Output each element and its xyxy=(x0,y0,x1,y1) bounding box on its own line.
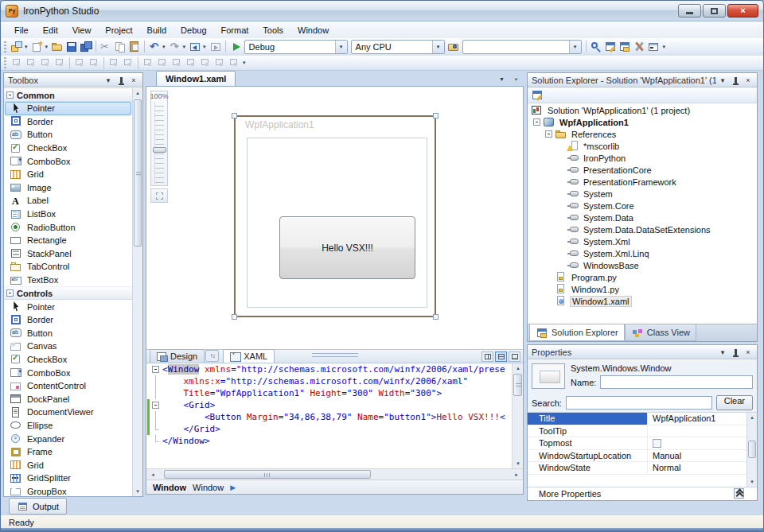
code-line[interactable]: </Window> xyxy=(146,435,512,447)
toolbox-item-documentviewer[interactable]: DocumentViewer xyxy=(5,406,131,419)
toolbox-section-controls[interactable]: Controls xyxy=(4,286,132,300)
property-value[interactable] xyxy=(647,425,746,437)
outline-collapse-icon[interactable] xyxy=(152,402,159,409)
toolbar-grip[interactable] xyxy=(4,41,6,52)
code-margin[interactable] xyxy=(146,423,162,435)
toolbox-item-gridsplitter[interactable]: GridSplitter xyxy=(5,472,131,485)
toolbox-close-button[interactable]: × xyxy=(127,75,140,86)
vertical-split-button[interactable] xyxy=(481,351,493,362)
chevron-down-icon[interactable]: ▾ xyxy=(432,41,444,53)
solution-explorer-button[interactable] xyxy=(618,39,632,55)
output-tab[interactable]: Output xyxy=(9,498,67,515)
toolbox-item-rectangle[interactable]: Rectangle xyxy=(5,234,131,247)
toolbox-item-dockpanel[interactable]: DockPanel xyxy=(5,392,131,406)
selection-handle[interactable] xyxy=(433,113,439,118)
undo-button[interactable]: ▾ xyxy=(147,39,168,55)
tree-item-window1-xaml[interactable]: Window1.xaml xyxy=(528,295,757,307)
property-value[interactable] xyxy=(647,437,746,449)
scroll-down-icon[interactable]: ▾ xyxy=(747,477,757,487)
layout-tool-button[interactable] xyxy=(212,55,227,71)
code-line[interactable]: <Button Margin="34,86,38,79" Name="butto… xyxy=(146,411,512,423)
properties-menu-button[interactable]: ▾ xyxy=(716,347,729,358)
layout-tool-button[interactable] xyxy=(53,55,67,71)
scrollbar-thumb[interactable] xyxy=(748,441,756,458)
zoom-fit-button[interactable] xyxy=(150,188,168,203)
find-in-files-scope-button[interactable] xyxy=(446,39,461,55)
collapse-pane-button[interactable] xyxy=(509,351,520,362)
solution-explorer-header[interactable]: Solution Explorer - Solution 'WpfApplica… xyxy=(528,73,757,87)
toolbox-item-tabcontrol[interactable]: TabControl xyxy=(5,260,131,274)
code-line[interactable]: <Window xmlns="http://schemas.microsoft.… xyxy=(146,363,512,375)
layout-tool-button[interactable] xyxy=(107,55,121,71)
breadcrumb-root[interactable]: Window xyxy=(153,483,186,492)
minimize-button[interactable] xyxy=(678,4,701,17)
layout-tool-button[interactable] xyxy=(38,55,53,71)
selection-handle[interactable] xyxy=(232,113,237,118)
scroll-up-icon[interactable]: ▴ xyxy=(133,88,142,98)
cut-button[interactable] xyxy=(99,39,113,55)
collapse-icon[interactable] xyxy=(545,130,552,138)
tree-item-system-xml[interactable]: System.Xml xyxy=(528,235,757,247)
editor-vertical-scrollbar[interactable]: ▴ ▾ xyxy=(512,363,523,468)
toolbox-item-stackpanel[interactable]: StackPanel xyxy=(5,247,131,261)
horizontal-split-button[interactable] xyxy=(495,351,507,362)
menu-file[interactable]: File xyxy=(7,23,36,37)
code-line[interactable]: </Grid> xyxy=(146,423,512,435)
toolbox-button[interactable] xyxy=(632,39,646,55)
designed-window[interactable]: WpfApplication1 Hello VSX!!! xyxy=(234,115,436,317)
properties-pin-button[interactable] xyxy=(729,347,742,358)
find-combo[interactable]: ▾ xyxy=(462,40,582,54)
navigate-forward-button[interactable] xyxy=(209,39,223,55)
clear-search-button[interactable]: Clear xyxy=(716,395,753,410)
code-line[interactable]: <Grid> xyxy=(146,399,512,411)
document-list-button[interactable]: ▾ xyxy=(496,73,508,84)
layout-tool-button[interactable] xyxy=(170,55,184,71)
code-margin[interactable] xyxy=(146,375,162,387)
outline-collapse-icon[interactable] xyxy=(152,366,159,373)
toolbox-item-contentcontrol[interactable]: ContentControl xyxy=(5,379,131,393)
toolbox-item-button[interactable]: Button xyxy=(5,128,131,142)
layout-tool-button[interactable] xyxy=(155,55,170,71)
scrollbar-thumb[interactable] xyxy=(134,99,142,247)
chevron-down-icon[interactable]: ▾ xyxy=(161,44,167,50)
tree-item-presentationframework[interactable]: PresentationFramework xyxy=(528,176,757,188)
tree-item-system[interactable]: System xyxy=(528,188,757,200)
toolbox-item-combobox[interactable]: ComboBox xyxy=(5,154,131,168)
collapse-icon[interactable] xyxy=(6,91,14,99)
breadcrumb-item[interactable]: Window xyxy=(193,483,224,492)
menu-format[interactable]: Format xyxy=(214,23,256,37)
toolbar-overflow-icon[interactable]: ▾ xyxy=(241,60,248,66)
tree-item-presentationcore[interactable]: PresentationCore xyxy=(528,164,757,176)
chevron-down-icon[interactable]: ▾ xyxy=(569,41,581,53)
save-all-button[interactable] xyxy=(79,39,93,55)
code-margin[interactable] xyxy=(146,411,162,423)
property-row-tooltip[interactable]: ToolTip xyxy=(528,425,746,438)
code-margin[interactable] xyxy=(146,435,162,447)
tree-item--mscorlib[interactable]: *mscorlib xyxy=(528,140,757,152)
layout-tool-button[interactable] xyxy=(72,55,87,71)
layout-tool-button[interactable] xyxy=(184,55,198,71)
code-line[interactable]: Title="WpfApplication1" Height="300" Wid… xyxy=(146,387,512,399)
toolbox-menu-button[interactable]: ▾ xyxy=(102,75,115,86)
tab-design[interactable]: Design xyxy=(150,349,205,363)
layout-tool-button[interactable] xyxy=(10,55,24,71)
paste-button[interactable] xyxy=(127,39,142,55)
tree-item-solution-wpfapplication1-1-project-[interactable]: Solution 'WpfApplication1' (1 project) xyxy=(528,104,757,116)
tab-window1-xaml[interactable]: Window1.xaml xyxy=(156,71,236,86)
menu-view[interactable]: View xyxy=(65,23,99,37)
solution-explorer-menu-button[interactable]: ▾ xyxy=(716,75,729,86)
toolbox-item-pointer[interactable]: Pointer xyxy=(5,102,131,115)
toolbox-pin-button[interactable] xyxy=(115,75,127,86)
solution-explorer-close-button[interactable]: × xyxy=(742,75,754,86)
toolbox-item-checkbox[interactable]: CheckBox xyxy=(5,142,131,155)
start-debugging-button[interactable] xyxy=(228,39,243,55)
toolbox-item-textbox[interactable]: TextBox xyxy=(5,274,131,287)
tree-item-windowsbase[interactable]: WindowsBase xyxy=(528,259,757,271)
menu-debug[interactable]: Debug xyxy=(173,23,213,37)
scrollbar-thumb[interactable] xyxy=(513,374,522,396)
code-margin[interactable] xyxy=(146,363,162,375)
tree-item-system-xml-linq[interactable]: System.Xml.Linq xyxy=(528,247,757,259)
toolbox-scrollbar[interactable]: ▴ ▾ xyxy=(132,88,142,496)
solution-configurations-combo[interactable]: Debug▾ xyxy=(244,40,348,54)
collapse-icon[interactable] xyxy=(6,289,14,297)
